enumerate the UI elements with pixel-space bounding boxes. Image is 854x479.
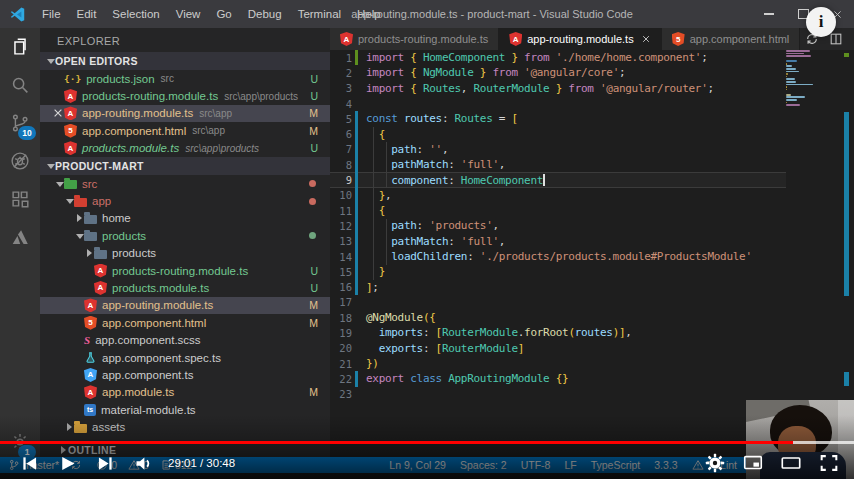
folder-icon: [84, 213, 97, 224]
menu-go[interactable]: Go: [208, 0, 239, 28]
tab-app-routing.module.ts[interactable]: Aapp-routing.module.ts: [499, 28, 661, 50]
code-line[interactable]: 22export class AppRoutingModule {}: [330, 371, 786, 386]
close-editor-icon[interactable]: [52, 107, 64, 119]
tree-item[interactable]: src: [40, 175, 330, 192]
progress-bar-played[interactable]: [0, 441, 793, 444]
activity-scm-icon[interactable]: 10: [0, 104, 40, 142]
activity-files-icon[interactable]: [0, 28, 40, 66]
minimap-line: [786, 102, 787, 104]
open-editor-item[interactable]: 5app.component.htmlsrc\appM: [40, 122, 330, 139]
tree-item[interactable]: app.component.spec.ts: [40, 349, 330, 366]
code-line[interactable]: 23: [330, 387, 786, 402]
tree-item[interactable]: Aproducts.module.tsU: [40, 279, 330, 296]
status-typescript[interactable]: TypeScript: [591, 459, 641, 471]
file-name: app.module.ts: [102, 386, 174, 398]
file-name: products: [102, 230, 146, 242]
code-line[interactable]: 4: [330, 96, 786, 111]
open-editor-item[interactable]: {·}products.jsonsrcU: [40, 70, 330, 87]
activity-bar: 101: [0, 28, 40, 457]
code-line[interactable]: 14 loadChildren: './products/products.mo…: [330, 249, 786, 264]
settings-button[interactable]: [696, 450, 734, 476]
code-line[interactable]: 16];: [330, 279, 786, 294]
tree-item[interactable]: app: [40, 192, 330, 209]
activity-azure-icon[interactable]: [0, 218, 40, 256]
tree-item[interactable]: products: [40, 245, 330, 262]
close-tab-icon[interactable]: [641, 34, 651, 44]
theater-button[interactable]: [772, 450, 810, 476]
minimap-line: [786, 60, 797, 62]
code-line[interactable]: 19 imports: [RouterModule.forRoot(routes…: [330, 325, 786, 340]
project-header[interactable]: PRODUCT-MART: [40, 157, 330, 175]
code-line[interactable]: 13 pathMatch: 'full',: [330, 234, 786, 249]
code-line[interactable]: 3import { Routes, RouterModule } from '@…: [330, 81, 786, 96]
code-line[interactable]: 2import { NgModule } from '@angular/core…: [330, 65, 786, 80]
file-name: app.component.html: [102, 317, 206, 329]
tree-item[interactable]: Aapp.module.tsM: [40, 384, 330, 401]
tree-item[interactable]: assets: [40, 418, 330, 435]
play-button[interactable]: [48, 450, 86, 476]
code-line[interactable]: 10 },: [330, 188, 786, 203]
code-line[interactable]: 6 {: [330, 126, 786, 141]
menu-view[interactable]: View: [168, 0, 209, 28]
tree-item[interactable]: home: [40, 210, 330, 227]
code-line[interactable]: 20 exports: [RouterModule]: [330, 341, 786, 356]
status-utf-8[interactable]: UTF-8: [521, 459, 551, 471]
tree-item[interactable]: Aproducts-routing.module.tsU: [40, 262, 330, 279]
previous-button[interactable]: [10, 450, 48, 476]
info-icon[interactable]: i: [806, 7, 836, 37]
activity-search-icon[interactable]: [0, 66, 40, 104]
code-line[interactable]: 12 path: 'products',: [330, 218, 786, 233]
tree-item[interactable]: Aapp.component.ts: [40, 366, 330, 383]
file-name: products.module.ts: [112, 282, 209, 294]
git-status-badge: M: [309, 317, 318, 329]
code-editor[interactable]: 1import { HomeComponent } from './home/h…: [330, 50, 786, 410]
git-status-badge: M: [309, 107, 318, 119]
line-number: 22: [330, 373, 352, 385]
git-gutter: [355, 142, 358, 157]
open-editor-item[interactable]: Aapp-routing.module.tssrc\appM: [40, 105, 330, 122]
fullscreen-button[interactable]: [810, 450, 848, 476]
menu-edit[interactable]: Edit: [69, 0, 105, 28]
open-editor-item[interactable]: Aproducts-routing.module.tssrc\app\produ…: [40, 87, 330, 104]
tab-products-routing.module.ts[interactable]: Aproducts-routing.module.ts: [330, 28, 499, 50]
volume-button[interactable]: [124, 450, 162, 476]
status-3-3-3[interactable]: 3.3.3: [654, 459, 677, 471]
code-line[interactable]: 18@NgModule({: [330, 310, 786, 325]
code-line[interactable]: 5const routes: Routes = [: [330, 111, 786, 126]
git-status-badge: U: [310, 282, 318, 294]
menu-selection[interactable]: Selection: [104, 0, 167, 28]
code-line[interactable]: 1import { HomeComponent } from './home/h…: [330, 50, 786, 65]
code-line[interactable]: 8 pathMatch: 'full',: [330, 157, 786, 172]
close-editor-icon: [52, 90, 64, 102]
code-text: {: [366, 128, 385, 141]
code-line[interactable]: 11 {: [330, 203, 786, 218]
next-button[interactable]: [86, 450, 124, 476]
activity-extensions-icon[interactable]: [0, 180, 40, 218]
tree-item[interactable]: Aapp-routing.module.tsM: [40, 297, 330, 314]
menu-file[interactable]: File: [34, 0, 69, 28]
code-line[interactable]: 17: [330, 295, 786, 310]
code-line[interactable]: 7 path: '',: [330, 142, 786, 157]
line-number: 7: [330, 143, 352, 155]
minimize-button[interactable]: [752, 0, 786, 28]
line-number: 5: [330, 113, 352, 125]
code-line[interactable]: 9 component: HomeComponent: [330, 172, 786, 187]
code-line[interactable]: 15 }: [330, 264, 786, 279]
open-editors-header[interactable]: OPEN EDITORS: [40, 52, 330, 70]
code-line[interactable]: 21}): [330, 356, 786, 371]
status-lf[interactable]: LF: [564, 459, 576, 471]
tab-app.component.html[interactable]: 5app.component.html: [662, 28, 801, 50]
tree-item[interactable]: 5app.component.htmlM: [40, 314, 330, 331]
more-icon[interactable]: [848, 28, 854, 50]
status-ln-9-col-29[interactable]: Ln 9, Col 29: [389, 459, 446, 471]
tree-item[interactable]: tsmaterial-module.ts: [40, 401, 330, 418]
tree-item[interactable]: Sapp.component.scss: [40, 331, 330, 348]
miniplayer-button[interactable]: [734, 450, 772, 476]
tree-item[interactable]: products: [40, 227, 330, 244]
activity-debug-icon[interactable]: [0, 142, 40, 180]
open-editor-item[interactable]: Aproducts.module.tssrc\app\productsU: [40, 140, 330, 157]
minimap-line: [786, 63, 787, 65]
status-spaces-2[interactable]: Spaces: 2: [460, 459, 507, 471]
line-number: 20: [330, 342, 352, 354]
minimap[interactable]: [786, 50, 838, 410]
